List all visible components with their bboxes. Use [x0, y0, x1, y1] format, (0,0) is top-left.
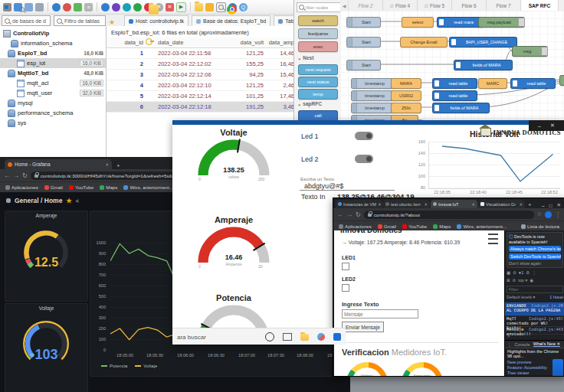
sap-node-fields-of-mara[interactable]: fields of MARA	[432, 103, 490, 113]
close-tab-icon[interactable]: ✕	[471, 202, 475, 207]
history-icon[interactable]	[101, 3, 110, 11]
chrome-icon[interactable]	[227, 5, 237, 15]
share-icon[interactable]: <	[76, 198, 79, 204]
kebab-menu-icon[interactable]: ⋮	[532, 270, 536, 275]
led1-toggle[interactable]	[355, 132, 373, 140]
tree-item-esplot-bd[interactable]: EsploT_bd16,0 KiB	[0, 48, 106, 58]
debug-toggle-button[interactable]	[518, 18, 525, 27]
tree-item-mqtt-acl[interactable]: mqtt_acl16,0 KiB	[0, 78, 106, 88]
inject-node-timestamp[interactable]: timestamp	[351, 103, 393, 113]
led1-checkbox[interactable]	[342, 263, 349, 270]
function-node-250x[interactable]: 250x	[391, 103, 421, 113]
reading-list[interactable]: Lista de lectura	[521, 224, 559, 229]
function-node-mara[interactable]: MARA	[391, 78, 421, 89]
host-icon[interactable]	[123, 3, 131, 11]
keep-alive-icon[interactable]	[112, 3, 120, 11]
console-entry[interactable]: Codigo2.js:443Mensaje enviado!!!	[505, 326, 564, 335]
led2-toggle[interactable]	[355, 155, 373, 163]
tab-flow-5[interactable]: ∅Flow 5	[418, 0, 452, 11]
whats-new-item[interactable]: Feature: Accessibility	[507, 365, 547, 370]
sap-node-fields-of-mara[interactable]: fields of MARA	[454, 60, 513, 70]
forward-icon[interactable]: →	[346, 211, 352, 218]
close-tab-icon[interactable]: ✕	[424, 202, 428, 207]
palette-node-temp[interactable]: temp	[298, 89, 338, 100]
filter-icon[interactable]: ⊘	[513, 278, 516, 283]
breadcrumb[interactable]: General / Home	[15, 197, 62, 204]
bookmark-wix[interactable]: Wixs, anteriorment...	[457, 224, 507, 229]
tree-item-esp-iot[interactable]: esp_iot16,0 KiB	[0, 58, 106, 68]
match-language-button[interactable]: Always match Chrome's language	[509, 246, 561, 252]
address-bar[interactable]: controliotvip.tk/?about	[364, 211, 534, 219]
palette-node-exec[interactable]: exec	[298, 41, 338, 52]
tree-item-mqtt-user[interactable]: mqtt_user32,0 KiB	[0, 88, 106, 98]
tree-item-mqttiot-bd[interactable]: MqttIoT_bd48,0 KiB	[0, 68, 106, 78]
legend-potencia[interactable]: Potencia	[101, 364, 127, 368]
back-icon[interactable]: ←	[337, 211, 343, 218]
function-node-usr02[interactable]: USR02	[391, 90, 421, 101]
bookmark-maps[interactable]: Maps	[433, 224, 451, 229]
run-icon[interactable]: ▶	[176, 2, 186, 12]
tree-item-information-schema[interactable]: information_schema	[0, 38, 106, 48]
sap-node-read-mara[interactable]: read mara	[437, 17, 484, 28]
inject-node-start[interactable]: Start	[346, 60, 381, 70]
column-header-data-amp[interactable]: data_amp	[264, 39, 294, 46]
bookmark-aplicaciones[interactable]: Aplicaciones	[5, 185, 38, 190]
inject-node-start[interactable]: Start	[346, 37, 381, 47]
tab-test-ubuntu[interactable]: test ubuntu tierr✕	[383, 200, 430, 208]
bookmark-gmail[interactable]: Gmail	[44, 185, 63, 190]
export-icon[interactable]	[74, 3, 82, 11]
console-filter-input[interactable]: Filter	[507, 286, 563, 293]
grafana-browser-tab[interactable]: Home - Grafana ✕	[5, 159, 112, 169]
disconnect-icon[interactable]	[25, 3, 33, 11]
user-manager-icon[interactable]	[52, 3, 61, 11]
grafana-panel-amperaje[interactable]: Amperaje 12.5	[5, 211, 88, 302]
sap-node-read-table[interactable]: read table	[510, 78, 556, 89]
back-icon[interactable]: ←	[4, 172, 10, 179]
favorite-star-icon[interactable]: ★	[109, 19, 115, 26]
sap-node-bapi-user-change[interactable]: BAPI_USER_CHANGE	[449, 37, 517, 47]
embedded-search-text[interactable]: ara buscar	[172, 334, 206, 341]
close-tab-icon[interactable]: ✕	[519, 202, 523, 207]
bookmark-star-icon[interactable]: ☆	[537, 211, 542, 217]
tab-database[interactable]: Base de datos: EsploT_bd	[192, 15, 271, 26]
kebab-menu-icon[interactable]: ⋮	[555, 211, 561, 218]
database-filter-input[interactable]: de bases de d	[2, 15, 51, 26]
tab-console[interactable]: Console	[515, 342, 530, 347]
column-header-data-id[interactable]: data_id	[107, 39, 146, 46]
tree-item-mysql[interactable]: mysql	[0, 98, 106, 108]
tab-scroll-left-icon[interactable]: ◀	[340, 0, 349, 11]
grafana-panel-voltaje[interactable]: Voltaje 103	[5, 303, 88, 392]
tree-item-controliotvip[interactable]: ControlIotVip	[0, 28, 106, 38]
palette-search-input[interactable]: filter nodes	[297, 2, 341, 12]
delete-icon[interactable]: ✕	[166, 3, 174, 11]
file-explorer-icon[interactable]	[300, 334, 309, 341]
open-folder-icon[interactable]	[195, 3, 203, 11]
menu-icon[interactable]: ≡	[84, 3, 93, 11]
profile-avatar[interactable]	[545, 211, 552, 218]
edge-icon[interactable]	[333, 333, 341, 341]
tree-item-sys[interactable]: sys	[0, 118, 106, 128]
hamburger-menu-icon[interactable]	[488, 234, 498, 244]
favorite-star-icon[interactable]: ★	[66, 197, 72, 204]
task-view-icon[interactable]	[283, 333, 292, 341]
nodered-canvas[interactable]: Start select read mara msg.payload Start…	[340, 11, 564, 124]
new-tab-icon[interactable]: +	[116, 162, 120, 169]
kebab-menu-icon[interactable]: ⋮	[507, 342, 512, 347]
search-icon[interactable]	[216, 2, 226, 12]
bookmark-aplicaciones[interactable]: Aplicaciones	[339, 224, 372, 229]
console-entry[interactable]: Codigo2.js:28ENVIANDO AL CUERPO DE LA PA…	[505, 302, 564, 316]
close-tab-icon[interactable]: ✕	[105, 162, 109, 167]
log-levels-dropdown[interactable]: Default levels ▾	[507, 295, 535, 299]
zoom-out-icon[interactable]: Q	[239, 3, 248, 11]
new-tab-icon[interactable]: +	[528, 201, 532, 208]
file-explorer-icon[interactable]	[149, 5, 159, 15]
forward-icon[interactable]: →	[13, 172, 19, 179]
debug-toggle-button[interactable]	[541, 47, 548, 56]
palette-node-feedparse[interactable]: feedparse	[298, 28, 338, 39]
issue-count-dot[interactable]: ●1	[519, 270, 523, 275]
palette-node-call[interactable]: call	[298, 110, 338, 121]
eye-icon[interactable]: ◉	[530, 278, 533, 283]
palette-section-nest[interactable]: ⌄ Nest	[297, 55, 313, 61]
function-node-select[interactable]: select	[402, 17, 434, 28]
tab-flow-7[interactable]: Flow 7	[487, 0, 521, 11]
